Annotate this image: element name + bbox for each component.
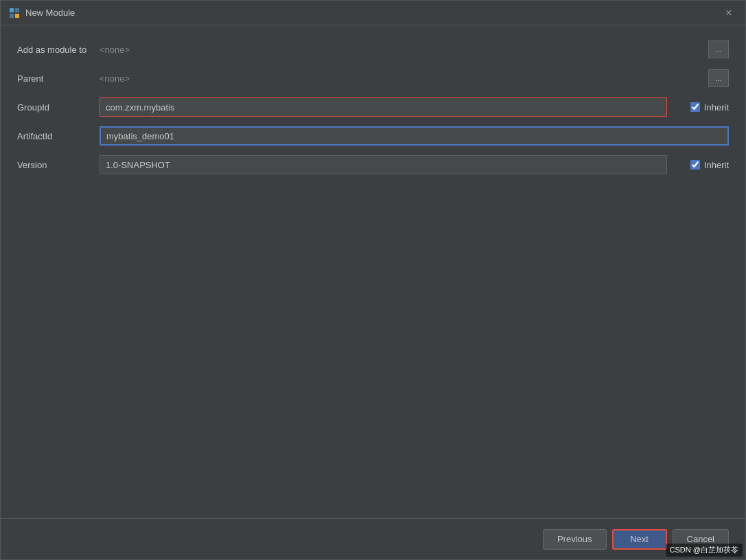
version-row: Version Inherit xyxy=(17,154,729,175)
content-area xyxy=(17,183,729,504)
dialog-body: Add as module to <none> ... Parent <none… xyxy=(1,25,745,518)
add-as-module-row: Add as module to <none> ... xyxy=(17,39,729,60)
version-inherit-area: Inherit xyxy=(667,160,729,170)
artifact-id-row: ArtifactId xyxy=(17,126,729,146)
version-inherit-label: Inherit xyxy=(704,160,729,170)
parent-label: Parent xyxy=(17,73,100,84)
add-as-module-control: <none> xyxy=(100,45,708,55)
group-id-inherit-area: Inherit xyxy=(667,102,729,113)
previous-button[interactable]: Previous xyxy=(543,529,607,550)
version-control xyxy=(100,155,667,174)
group-id-row: GroupId Inherit xyxy=(17,97,729,117)
module-icon xyxy=(9,8,20,19)
group-id-label: GroupId xyxy=(17,102,100,113)
add-as-module-browse-button[interactable]: ... xyxy=(708,40,729,58)
dialog-title: New Module xyxy=(25,8,721,18)
add-as-module-label: Add as module to xyxy=(17,45,100,55)
parent-browse-button[interactable]: ... xyxy=(708,69,729,87)
watermark: CSDN @白芷加茯苓 xyxy=(666,544,743,557)
group-id-inherit-checkbox[interactable] xyxy=(690,102,700,112)
svg-rect-0 xyxy=(10,8,14,12)
version-inherit-checkbox[interactable] xyxy=(690,160,700,170)
title-bar: New Module × xyxy=(1,1,745,25)
parent-value: <none> xyxy=(100,73,130,84)
group-id-control xyxy=(100,97,667,117)
next-button[interactable]: Next xyxy=(612,529,667,550)
add-as-module-value: <none> xyxy=(100,45,130,55)
version-input[interactable] xyxy=(100,155,667,174)
group-id-input[interactable] xyxy=(100,97,667,117)
group-id-inherit-label: Inherit xyxy=(704,102,729,113)
version-label: Version xyxy=(17,160,100,170)
parent-row: Parent <none> ... xyxy=(17,68,729,89)
svg-rect-2 xyxy=(10,14,14,18)
dialog: New Module × Add as module to <none> ...… xyxy=(0,0,746,560)
close-button[interactable]: × xyxy=(721,5,737,21)
dialog-footer: Previous Next Cancel xyxy=(1,518,745,559)
svg-rect-3 xyxy=(15,14,19,18)
artifact-id-input[interactable] xyxy=(100,126,729,145)
artifact-id-control xyxy=(100,126,729,145)
svg-rect-1 xyxy=(15,8,19,12)
artifact-id-label: ArtifactId xyxy=(17,131,100,141)
parent-control: <none> xyxy=(100,73,708,84)
